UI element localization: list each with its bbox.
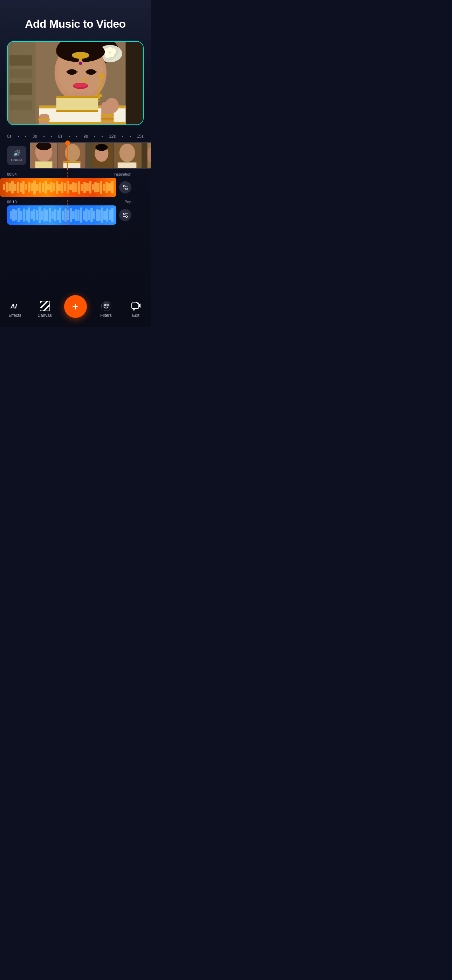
edit-icon bbox=[131, 301, 141, 311]
time-dot-10 bbox=[130, 136, 131, 137]
spacer bbox=[0, 228, 151, 242]
unmute-button[interactable]: 🔊 Unmute bbox=[7, 146, 26, 165]
svg-point-91 bbox=[123, 185, 125, 187]
blue-track-header: 00:10 Pop bbox=[0, 200, 151, 205]
time-dot-3 bbox=[43, 136, 45, 137]
ai-effects-icon: AI bbox=[10, 301, 20, 311]
app-container: Add Music to Video bbox=[0, 0, 151, 327]
edit-label: Edit bbox=[132, 313, 140, 318]
time-dot-4 bbox=[51, 136, 52, 137]
orange-track-settings-button[interactable] bbox=[119, 181, 131, 194]
video-content bbox=[8, 42, 143, 124]
time-0s: 0s bbox=[7, 134, 11, 139]
svg-rect-81 bbox=[86, 143, 93, 168]
orange-track-section: 00:04 Inspiration bbox=[0, 172, 151, 197]
blue-track-settings-button[interactable] bbox=[119, 209, 131, 221]
orange-track-timestamp: 00:04 bbox=[7, 172, 17, 176]
svg-text:AI: AI bbox=[10, 303, 17, 310]
time-dot-9 bbox=[122, 136, 123, 137]
svg-point-18 bbox=[105, 52, 110, 58]
orange-track-container bbox=[0, 178, 131, 197]
time-15s: 15s bbox=[137, 134, 144, 139]
blue-track-name: Pop bbox=[124, 200, 131, 204]
svg-point-36 bbox=[99, 73, 104, 79]
canvas-icon-container bbox=[40, 301, 50, 311]
svg-rect-68 bbox=[100, 121, 114, 123]
video-strip-row: 🔊 Unmute bbox=[0, 142, 151, 170]
plus-icon: + bbox=[72, 301, 79, 312]
time-ruler: 0s 3s 6s 9s 12s 15s bbox=[0, 132, 151, 140]
orange-track-header: 00:04 Inspiration bbox=[0, 172, 151, 178]
video-preview-container[interactable] bbox=[7, 41, 144, 125]
blue-waveform bbox=[7, 205, 116, 225]
svg-point-113 bbox=[133, 309, 135, 310]
svg-rect-89 bbox=[142, 143, 148, 168]
filters-icon-container bbox=[101, 301, 111, 311]
svg-rect-7 bbox=[10, 100, 32, 110]
blue-playhead-line bbox=[67, 200, 68, 225]
blue-audio-track[interactable] bbox=[7, 205, 116, 225]
svg-rect-75 bbox=[35, 162, 53, 168]
svg-rect-6 bbox=[10, 83, 32, 95]
video-frame-4 bbox=[114, 142, 142, 169]
time-dot-7 bbox=[94, 136, 95, 137]
svg-rect-86 bbox=[118, 162, 137, 168]
page-title: Add Music to Video bbox=[7, 18, 144, 30]
time-9s: 9s bbox=[83, 134, 88, 139]
nav-effects[interactable]: AI Effects bbox=[5, 301, 25, 318]
svg-point-33 bbox=[85, 79, 87, 81]
orange-playhead-line bbox=[67, 172, 68, 197]
canvas-icon bbox=[40, 301, 50, 311]
bottom-nav: AI Effects bbox=[0, 296, 151, 327]
nav-canvas[interactable]: Canvas bbox=[34, 301, 56, 318]
video-frame-5 bbox=[142, 142, 151, 169]
svg-point-110 bbox=[107, 304, 108, 305]
time-dot-2 bbox=[25, 136, 26, 137]
video-preview bbox=[8, 42, 143, 124]
video-frame-3 bbox=[86, 142, 114, 169]
time-dot-8 bbox=[102, 136, 103, 137]
svg-rect-4 bbox=[10, 56, 32, 66]
svg-rect-66 bbox=[100, 114, 114, 117]
add-button[interactable]: + bbox=[64, 295, 87, 318]
settings-sliders-icon bbox=[122, 185, 129, 191]
svg-point-35 bbox=[73, 83, 88, 87]
svg-rect-5 bbox=[10, 69, 32, 78]
svg-rect-62 bbox=[56, 96, 98, 112]
svg-point-42 bbox=[99, 94, 102, 97]
time-6s: 6s bbox=[58, 134, 63, 139]
time-dot-6 bbox=[76, 136, 77, 137]
svg-point-26 bbox=[79, 62, 82, 65]
time-3s: 3s bbox=[33, 134, 37, 139]
svg-point-83 bbox=[95, 144, 108, 151]
svg-rect-79 bbox=[64, 162, 81, 163]
orange-waveform bbox=[0, 178, 116, 197]
svg-point-109 bbox=[104, 304, 105, 305]
blue-track-section: 00:10 Pop bbox=[0, 200, 151, 225]
svg-rect-64 bbox=[56, 110, 98, 112]
blue-track-container bbox=[7, 205, 131, 225]
time-dot-1 bbox=[18, 136, 19, 137]
timeline-section: 0s 3s 6s 9s 12s 15s 🔊 Unmute bbox=[0, 130, 151, 296]
tracks-wrapper: 🔊 Unmute bbox=[0, 140, 151, 243]
nav-edit[interactable]: Edit bbox=[126, 301, 146, 318]
time-dot-5 bbox=[69, 136, 70, 137]
svg-point-106 bbox=[103, 302, 110, 309]
effects-icon-container: AI bbox=[10, 301, 20, 311]
nav-filters[interactable]: Filters bbox=[95, 301, 117, 318]
svg-point-71 bbox=[105, 98, 119, 114]
canvas-label: Canvas bbox=[38, 313, 52, 318]
svg-point-93 bbox=[126, 188, 127, 189]
playhead-top bbox=[65, 140, 70, 145]
settings-sliders-icon-2 bbox=[122, 212, 129, 218]
svg-point-95 bbox=[123, 213, 125, 215]
video-frame-2 bbox=[58, 142, 86, 169]
blue-track-timestamp: 00:10 bbox=[7, 200, 17, 204]
video-playhead bbox=[67, 142, 68, 170]
time-12s: 12s bbox=[109, 134, 116, 139]
orange-track-name: Inspiration bbox=[113, 172, 131, 176]
video-strip[interactable] bbox=[30, 142, 151, 169]
orange-audio-track[interactable] bbox=[0, 178, 116, 197]
effects-label: Effects bbox=[8, 313, 21, 318]
unmute-label: Unmute bbox=[11, 158, 22, 162]
